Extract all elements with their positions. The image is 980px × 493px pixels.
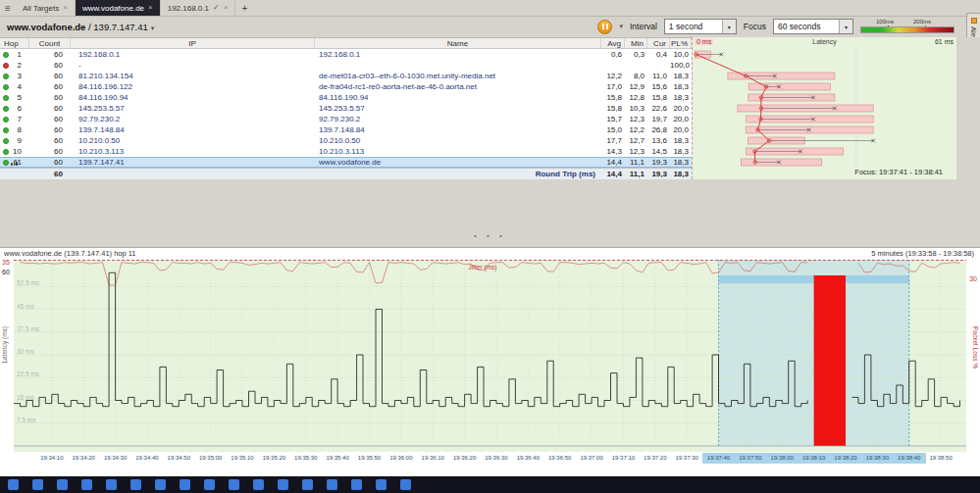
- ip-cell[interactable]: -: [71, 60, 315, 71]
- count-cell: 60: [29, 92, 71, 103]
- scale-label-100ms: 100ms: [876, 19, 894, 25]
- ip-cell[interactable]: 192.168.0.1: [71, 49, 315, 60]
- hop-cell: 5: [0, 92, 29, 103]
- taskbar-icon[interactable]: [32, 479, 43, 490]
- close-icon[interactable]: ×: [148, 4, 153, 12]
- hop-row[interactable]: 96010.210.0.5010.210.0.5017,712,713,618,…: [0, 135, 692, 146]
- name-cell[interactable]: 139.7.148.84: [315, 124, 601, 135]
- count-cell: 60: [29, 124, 71, 135]
- taskbar-icon[interactable]: [376, 479, 387, 490]
- close-icon[interactable]: ×: [63, 4, 68, 12]
- new-tab-button[interactable]: +: [235, 0, 253, 16]
- tab-all-targets[interactable]: All Targets ×: [16, 0, 76, 16]
- ip-cell[interactable]: 10.210.0.50: [71, 135, 315, 146]
- latency-color-gradient: [860, 26, 954, 33]
- column-header-name[interactable]: Name: [315, 38, 601, 48]
- column-header-count[interactable]: Count: [29, 38, 71, 48]
- taskbar-icon[interactable]: [106, 479, 117, 490]
- x-tick-label: 19:37:40: [702, 453, 736, 464]
- chevron-down-icon[interactable]: ▾: [151, 25, 155, 31]
- taskbar-icon[interactable]: [327, 479, 337, 490]
- cur-cell: 19,3: [647, 170, 670, 178]
- hop-row[interactable]: 1160139.7.147.41www.vodafone.de14,411,11…: [0, 157, 692, 168]
- column-header-hop[interactable]: Hop: [0, 38, 29, 48]
- hop-row[interactable]: 76092.79.230.292.79.230.215,712,319,720,…: [0, 114, 692, 124]
- x-tick-label: 19:34:30: [99, 453, 132, 464]
- svg-text:45 ms: 45 ms: [17, 303, 34, 310]
- name-cell[interactable]: de-met01a-cr03--eth-6-0-1030.met.unity-m…: [315, 71, 601, 81]
- name-cell[interactable]: 10.210.3.113: [315, 146, 601, 157]
- tab-bar: ≡ All Targets × www.vodafone.de × 192.16…: [0, 0, 980, 17]
- ip-cell[interactable]: 10.210.3.113: [71, 146, 315, 157]
- chevron-down-icon: ▾: [839, 20, 852, 33]
- ip-cell[interactable]: 81.210.134.154: [71, 71, 315, 81]
- hop-status-icon: [3, 138, 9, 144]
- hop-cell: 9: [0, 135, 29, 146]
- hop-row[interactable]: 860139.7.148.84139.7.148.8415,012,226,82…: [0, 124, 692, 135]
- x-tick-label: 19:38:00: [765, 453, 799, 464]
- round-trip-label: Round Trip (ms): [315, 170, 601, 178]
- taskbar-icon[interactable]: [180, 479, 190, 490]
- hop-cell: 3: [0, 71, 29, 81]
- hop-row[interactable]: 36081.210.134.154de-met01a-cr03--eth-6-0…: [0, 71, 692, 81]
- pause-button[interactable]: [597, 20, 612, 34]
- tab-www-vodafone-de[interactable]: www.vodafone.de ×: [76, 0, 161, 16]
- taskbar-icon[interactable]: [8, 479, 19, 490]
- ip-cell[interactable]: 139.7.148.84: [71, 124, 315, 135]
- pause-icon: [602, 24, 604, 29]
- hop-cell: 4: [0, 81, 29, 92]
- hop-row[interactable]: 106010.210.3.11310.210.3.11314,312,314,5…: [0, 146, 692, 157]
- taskbar-icon[interactable]: [57, 479, 68, 490]
- hop-row[interactable]: 46084.116.196.122de-fra04d-rc1-re0-aorta…: [0, 81, 692, 92]
- taskbar-icon[interactable]: [81, 479, 92, 490]
- taskbar-icon[interactable]: [400, 479, 411, 490]
- name-cell[interactable]: 92.79.230.2: [315, 114, 601, 124]
- ip-cell[interactable]: 84.116.196.122: [71, 81, 315, 92]
- name-cell[interactable]: de-fra04d-rc1-re0-aorta-net-ae-46-0.aort…: [315, 81, 601, 92]
- taskbar-icon[interactable]: [302, 479, 313, 490]
- taskbar-icon[interactable]: [351, 479, 362, 490]
- taskbar-icon[interactable]: [155, 479, 166, 490]
- taskbar-icon[interactable]: [229, 479, 239, 490]
- column-header-cur[interactable]: Cur: [647, 38, 670, 48]
- x-tick-label: 19:37:10: [606, 453, 640, 464]
- column-header-pl[interactable]: PL%: [670, 38, 692, 48]
- ip-cell[interactable]: 139.7.147.41: [71, 157, 315, 168]
- hop-status-icon: [3, 160, 9, 166]
- tab-192-168-0-1[interactable]: 192.168.0.1 ✓ ×: [161, 0, 236, 16]
- hop-row[interactable]: 260-100,0: [0, 60, 692, 71]
- taskbar-icon[interactable]: [204, 479, 215, 490]
- timeline-chart[interactable]: 52.5 ms45 ms37.5 ms30 ms22.5 ms15 ms7.5 …: [14, 260, 966, 452]
- hop-row[interactable]: 56084.116.190.9484.116.190.9415,812,815,…: [0, 92, 692, 103]
- name-cell[interactable]: 84.116.190.94: [315, 92, 601, 103]
- taskbar-icon[interactable]: [253, 479, 264, 490]
- hop-row[interactable]: 660145.253.5.57145.253.5.5715,810,322,62…: [0, 103, 692, 114]
- right-gutter: [956, 37, 980, 179]
- taskbar-icon[interactable]: [278, 479, 288, 490]
- ip-cell[interactable]: 145.253.5.57: [71, 103, 315, 114]
- name-cell[interactable]: 192.168.0.1: [315, 49, 601, 60]
- name-cell[interactable]: www.vodafone.de: [315, 157, 601, 168]
- interval-select[interactable]: 1 second ▾: [664, 19, 737, 34]
- ip-cell[interactable]: 92.79.230.2: [71, 114, 315, 124]
- target-title: www.vodafone.de / 139.7.147.41▾: [7, 22, 154, 32]
- name-cell[interactable]: 10.210.0.50: [315, 135, 601, 146]
- taskbar: [0, 476, 980, 493]
- hop-number: 5: [18, 92, 22, 103]
- avg-cell: 12,2: [601, 71, 625, 81]
- ip-cell[interactable]: 84.116.190.94: [71, 92, 315, 103]
- chevron-down-icon[interactable]: ▾: [619, 23, 623, 30]
- panel-splitter[interactable]: • • •: [0, 231, 980, 240]
- focus-select[interactable]: 60 seconds ▾: [773, 19, 853, 34]
- column-header-avg[interactable]: Avg: [601, 38, 625, 48]
- x-tick-label: 19:37:50: [734, 453, 767, 464]
- taskbar-icon[interactable]: [130, 479, 141, 490]
- column-header-ip[interactable]: IP: [71, 38, 315, 48]
- hop-row[interactable]: 160192.168.0.1192.168.0.10,60,30,410,0: [0, 49, 692, 60]
- name-cell[interactable]: 145.253.5.57: [315, 103, 601, 114]
- min-cell: 0,3: [625, 49, 647, 60]
- close-icon[interactable]: ×: [224, 4, 229, 12]
- latency-graph-panel[interactable]: 0 ms Latency 61 ms Focus: 19:37:41 - 19:…: [692, 37, 956, 179]
- menu-icon[interactable]: ≡: [0, 0, 16, 16]
- column-header-min[interactable]: Min: [625, 38, 647, 48]
